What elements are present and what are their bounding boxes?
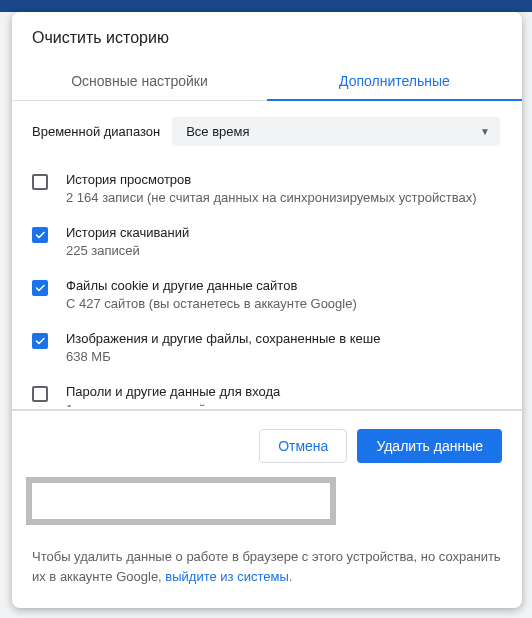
time-range-row: Временной диапазон Все время ▼ xyxy=(12,101,520,162)
checkbox[interactable] xyxy=(32,174,48,190)
chevron-down-icon: ▼ xyxy=(480,126,490,137)
item-text: Файлы cookie и другие данные сайтовС 427… xyxy=(66,278,357,311)
item-subtitle: 638 МБ xyxy=(66,349,380,364)
checkbox[interactable] xyxy=(32,386,48,402)
item-subtitle: 225 записей xyxy=(66,243,189,258)
tabs: Основные настройки Дополнительные xyxy=(12,61,522,101)
footer-note: Чтобы удалить данные о работе в браузере… xyxy=(12,539,522,608)
checkbox[interactable] xyxy=(32,227,48,243)
list-item: Файлы cookie и другие данные сайтовС 427… xyxy=(12,268,520,321)
clear-history-dialog: Очистить историю Основные настройки Допо… xyxy=(12,12,522,608)
item-title: История скачиваний xyxy=(66,225,189,240)
dialog-title: Очистить историю xyxy=(12,12,522,61)
time-range-label: Временной диапазон xyxy=(32,124,160,139)
item-subtitle: 2 164 записи (не считая данных на синхро… xyxy=(66,190,477,205)
item-title: История просмотров xyxy=(66,172,477,187)
item-text: Изображения и другие файлы, сохраненные … xyxy=(66,331,380,364)
list-item: История скачиваний225 записей xyxy=(12,215,520,268)
dialog-content[interactable]: Временной диапазон Все время ▼ История п… xyxy=(12,101,522,407)
item-text: История просмотров2 164 записи (не счита… xyxy=(66,172,477,205)
tab-advanced[interactable]: Дополнительные xyxy=(267,61,522,100)
list-item: История просмотров2 164 записи (не счита… xyxy=(12,162,520,215)
list-item: Изображения и другие файлы, сохраненные … xyxy=(12,321,520,374)
item-title: Пароли и другие данные для входа xyxy=(66,384,280,399)
sign-out-link[interactable]: выйдите из системы xyxy=(165,569,288,584)
item-title: Изображения и другие файлы, сохраненные … xyxy=(66,331,380,346)
footer-note-tail: . xyxy=(289,569,293,584)
item-title: Файлы cookie и другие данные сайтов xyxy=(66,278,357,293)
confirm-button[interactable]: Удалить данные xyxy=(357,429,502,463)
time-range-select[interactable]: Все время ▼ xyxy=(172,117,500,146)
item-text: История скачиваний225 записей xyxy=(66,225,189,258)
background-header-bar xyxy=(0,0,532,12)
item-text: Пароли и другие данные для входа1 синхро… xyxy=(66,384,280,407)
dialog-actions: Отмена Удалить данные xyxy=(12,410,522,477)
item-subtitle: С 427 сайтов (вы останетесь в аккаунте G… xyxy=(66,296,357,311)
checkbox[interactable] xyxy=(32,280,48,296)
time-range-value: Все время xyxy=(186,124,249,139)
tab-basic[interactable]: Основные настройки xyxy=(12,61,267,100)
item-subtitle: 1 синхронизированный пароль xyxy=(66,402,280,407)
checkbox[interactable] xyxy=(32,333,48,349)
cancel-button[interactable]: Отмена xyxy=(259,429,347,463)
highlighted-frame xyxy=(26,477,336,525)
list-item: Пароли и другие данные для входа1 синхро… xyxy=(12,374,520,407)
